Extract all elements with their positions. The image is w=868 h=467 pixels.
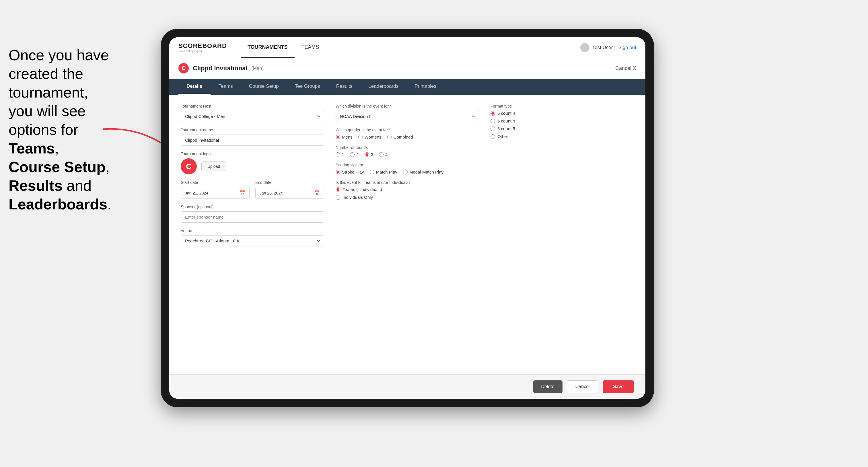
logo-upload-area: C Upload	[181, 158, 324, 175]
scoring-medal-match-radio[interactable]	[403, 170, 408, 175]
format-other[interactable]: Other	[491, 134, 634, 139]
end-date-group: End date 📅	[255, 180, 324, 199]
instructional-text: Once you have created the tournament, yo…	[0, 40, 121, 219]
gender-combined-radio[interactable]	[387, 135, 392, 139]
cancel-x-button[interactable]: Cancel X	[615, 65, 636, 71]
form-footer: Delete Cancel Save	[169, 374, 645, 399]
tournament-logo-label: Tournament logo	[181, 152, 324, 156]
tab-printables[interactable]: Printables	[406, 79, 444, 95]
nav-teams[interactable]: TEAMS	[294, 37, 326, 58]
tab-tee-groups[interactable]: Tee Groups	[287, 79, 328, 95]
format-6count4-radio[interactable]	[491, 119, 495, 123]
nav-user-label: Test User |	[592, 45, 616, 51]
tournament-tag: (Men)	[252, 66, 264, 71]
end-date-wrap: 📅	[255, 187, 324, 199]
format-other-radio[interactable]	[491, 134, 495, 139]
rounds-2[interactable]: 2	[350, 152, 359, 157]
scoring-group: Scoring system Stroke Play Match Play Me…	[336, 163, 479, 175]
tab-teams[interactable]: Teams	[211, 79, 241, 95]
logo-title: SCOREBOARD	[179, 42, 227, 50]
scoring-radio-group: Stroke Play Match Play Medal Match Play	[336, 169, 479, 175]
sponsor-group: Sponsor (optional)	[181, 205, 324, 223]
rounds-4[interactable]: 4	[379, 152, 388, 157]
format-type-label: Format type	[491, 104, 634, 108]
sub-tabs: Details Teams Course Setup Tee Groups Re…	[169, 79, 645, 95]
tournament-name: Clippd Invitational	[193, 65, 248, 72]
tournament-name-label: Tournament name	[181, 128, 324, 132]
gender-mens[interactable]: Mens	[336, 134, 352, 139]
teams-individuals-group: Is this event for Teams and/or Individua…	[336, 180, 479, 200]
format-6count5-radio[interactable]	[491, 126, 495, 131]
division-label: Which division is the event for?	[336, 104, 479, 108]
form-col-1: Tournament Host Clippd College - Men Tou…	[181, 104, 324, 246]
calendar-icon-end: 📅	[314, 190, 320, 196]
scoring-label: Scoring system	[336, 163, 479, 167]
scoring-stroke-radio[interactable]	[336, 170, 340, 175]
venue-group: Venue Peachtree GC - Atlanta - GA	[181, 228, 324, 246]
teams-plus-individuals-radio[interactable]	[336, 187, 340, 192]
nav-tournaments[interactable]: TOURNAMENTS	[241, 37, 294, 58]
gender-womens-radio[interactable]	[358, 135, 363, 139]
venue-label: Venue	[181, 228, 324, 233]
form-col-3: Format type 5 count 4 6 count 4 6 count …	[491, 104, 634, 246]
format-6count4[interactable]: 6 count 4	[491, 119, 634, 123]
tournament-title-row: C Clippd Invitational (Men)	[179, 63, 263, 73]
tournament-host-select[interactable]: Clippd College - Men	[181, 111, 324, 122]
scoring-medal-match[interactable]: Medal Match Play	[403, 169, 443, 175]
logo-sub: Powered by clippd	[179, 50, 227, 53]
content-area: C Clippd Invitational (Men) Cancel X Det…	[169, 58, 645, 399]
format-radio-group: 5 count 4 6 count 4 6 count 5 Other	[491, 111, 634, 139]
gender-mens-radio[interactable]	[336, 135, 340, 139]
sponsor-label: Sponsor (optional)	[181, 205, 324, 209]
logo-area: SCOREBOARD Powered by clippd	[179, 42, 227, 53]
rounds-2-radio[interactable]	[350, 152, 354, 157]
gender-womens[interactable]: Womens	[358, 134, 381, 139]
end-date-input[interactable]	[259, 191, 312, 195]
tournament-host-label: Tournament Host	[181, 104, 324, 108]
upload-button[interactable]: Upload	[202, 161, 226, 171]
end-date-label: End date	[255, 180, 324, 185]
format-6count5[interactable]: 6 count 5	[491, 126, 634, 131]
tournament-logo-group: Tournament logo C Upload	[181, 152, 324, 175]
format-5count4[interactable]: 5 count 4	[491, 111, 634, 116]
date-row: Start date 📅 End date 📅	[181, 180, 324, 199]
save-button[interactable]: Save	[603, 380, 634, 393]
tab-leaderboards[interactable]: Leaderboards	[360, 79, 406, 95]
venue-select[interactable]: Peachtree GC - Atlanta - GA	[181, 235, 324, 246]
gender-combined[interactable]: Combined	[387, 134, 413, 139]
teams-plus-individuals[interactable]: Teams (+Individuals)	[336, 187, 479, 192]
teams-radio-group: Teams (+Individuals) Individuals Only	[336, 187, 479, 200]
individuals-only[interactable]: Individuals Only	[336, 195, 479, 200]
tournament-host-group: Tournament Host Clippd College - Men	[181, 104, 324, 122]
rounds-4-radio[interactable]	[379, 152, 383, 157]
delete-button[interactable]: Delete	[533, 380, 562, 393]
rounds-radio-group: 1 2 3 4	[336, 152, 479, 157]
division-select[interactable]: NCAA Division III	[336, 111, 479, 122]
rounds-1[interactable]: 1	[336, 152, 344, 157]
tab-details[interactable]: Details	[179, 79, 211, 95]
tab-results[interactable]: Results	[328, 79, 361, 95]
sponsor-input[interactable]	[181, 211, 324, 223]
teams-individuals-label: Is this event for Teams and/or Individua…	[336, 180, 479, 185]
rounds-3[interactable]: 3	[365, 152, 373, 157]
format-type-group: Format type 5 count 4 6 count 4 6 count …	[491, 104, 634, 139]
gender-group: Which gender is the event for? Mens Wome…	[336, 128, 479, 139]
tab-course-setup[interactable]: Course Setup	[241, 79, 287, 95]
division-group: Which division is the event for? NCAA Di…	[336, 104, 479, 122]
gender-radio-group: Mens Womens Combined	[336, 134, 479, 139]
rounds-1-radio[interactable]	[336, 152, 340, 157]
tournament-header: C Clippd Invitational (Men) Cancel X	[169, 58, 645, 79]
format-5count4-radio[interactable]	[491, 111, 495, 116]
tournament-name-group: Tournament name	[181, 128, 324, 146]
start-date-input[interactable]	[185, 191, 237, 195]
cancel-button[interactable]: Cancel	[567, 380, 598, 393]
start-date-group: Start date 📅	[181, 180, 250, 199]
individuals-only-radio[interactable]	[336, 195, 340, 200]
tablet-screen: SCOREBOARD Powered by clippd TOURNAMENTS…	[169, 37, 645, 399]
sign-out-link[interactable]: Sign out	[618, 45, 636, 51]
tournament-name-input[interactable]	[181, 134, 324, 146]
scoring-match[interactable]: Match Play	[370, 169, 397, 175]
scoring-stroke[interactable]: Stroke Play	[336, 169, 364, 175]
scoring-match-radio[interactable]	[370, 170, 374, 175]
rounds-3-radio[interactable]	[365, 152, 369, 157]
